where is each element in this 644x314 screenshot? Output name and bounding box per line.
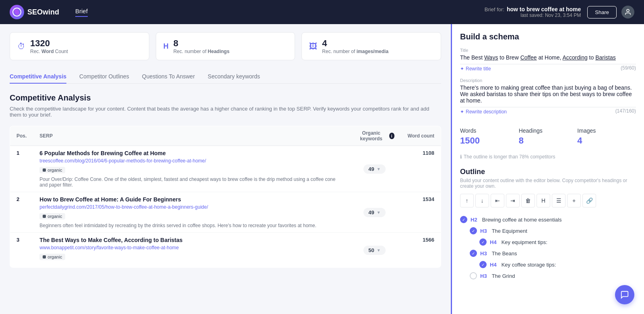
- outline-check[interactable]: ✓: [479, 261, 487, 268]
- outline-title: Outline: [460, 168, 636, 176]
- organic-info-icon: i: [389, 133, 394, 139]
- rewrite-desc-link[interactable]: ✦ Rewrite description: [460, 109, 507, 115]
- move-down-button[interactable]: ↓: [475, 194, 489, 207]
- tab-bar: Competitive Analysis Competitor Outlines…: [10, 70, 441, 84]
- chevron-down-icon[interactable]: ▼: [377, 167, 381, 171]
- delete-button[interactable]: 🗑: [521, 194, 535, 207]
- outline-check[interactable]: ✓: [470, 227, 477, 234]
- row-badge: organic: [39, 213, 65, 220]
- row-serp-content: 6 Popular Methods for Brewing Coffee at …: [33, 146, 348, 192]
- outline-check[interactable]: ✓: [460, 216, 467, 223]
- th-pos: Pos.: [10, 126, 33, 146]
- svg-point-2: [627, 9, 629, 12]
- svg-point-1: [14, 8, 21, 16]
- stat-headings: H 8 Rec. number of Headings: [156, 32, 295, 60]
- section-title: Competitive Analysis: [10, 93, 441, 103]
- word-count-icon: ⏱: [17, 42, 25, 51]
- outline-item[interactable]: ✓ H4 Key coffee storage tips:: [460, 259, 636, 270]
- add-button[interactable]: +: [567, 194, 581, 207]
- move-up-button[interactable]: ↑: [460, 194, 474, 207]
- th-organic: Organic keywords i: [349, 126, 401, 146]
- brief-keyword: how to brew coffee at home: [507, 6, 581, 12]
- heading-tag: H4: [490, 262, 497, 268]
- tab-secondary-keywords[interactable]: Secondary keywords: [208, 70, 260, 84]
- table-row: 1 6 Popular Methods for Brewing Coffee a…: [10, 146, 441, 192]
- tab-questions[interactable]: Questions To Answer: [142, 70, 195, 84]
- stat-word-count: ⏱ 1320 Rec. Word Count: [10, 32, 149, 60]
- row-title: How to Brew Coffee at Home: A Guide For …: [39, 196, 342, 203]
- outline-item[interactable]: ✓ H2 Brewing coffee at home essentials: [460, 214, 636, 225]
- share-button[interactable]: Share: [587, 6, 617, 18]
- outline-desc: Build your content outline with the edit…: [460, 178, 636, 189]
- row-position: 2: [10, 192, 33, 233]
- row-url[interactable]: perfectdailygrind.com/2017/05/how-to-bre…: [39, 204, 342, 210]
- row-organic-kw: 50 ▼: [349, 233, 401, 268]
- outline-check[interactable]: ✓: [470, 250, 477, 257]
- tab-competitive-analysis[interactable]: Competitive Analysis: [10, 70, 66, 84]
- outline-item-text: The Grind: [492, 273, 515, 279]
- outline-words-label: Words: [460, 127, 519, 134]
- outline-check[interactable]: [470, 272, 477, 279]
- heading-tag: H3: [480, 228, 487, 234]
- tab-competitor-outlines[interactable]: Competitor Outlines: [79, 70, 129, 84]
- outline-item[interactable]: ✓ H3 The Beans: [460, 248, 636, 259]
- images-icon: 🖼: [309, 42, 317, 51]
- heading-tag: H3: [480, 250, 487, 257]
- keyword-badge[interactable]: 49 ▼: [363, 208, 385, 217]
- row-url[interactable]: treescoffee.com/blog/2016/04/6-popular-m…: [39, 158, 342, 164]
- badge-dot: [43, 215, 46, 218]
- row-badge: organic: [39, 254, 65, 260]
- row-serp-content: The Best Ways to Make Coffee, According …: [33, 233, 348, 268]
- chevron-down-icon[interactable]: ▼: [377, 210, 381, 215]
- user-avatar[interactable]: [621, 6, 634, 18]
- logo-icon: [10, 5, 24, 19]
- images-number: 4: [322, 38, 388, 49]
- heading-button[interactable]: H: [537, 194, 550, 207]
- row-word-count: 1534: [401, 192, 441, 233]
- outline-stats-row: Words 1500 Headings 8 Images 4: [460, 123, 636, 151]
- th-wordcount: Word count: [401, 126, 441, 146]
- word-count-number: 1320: [30, 38, 68, 49]
- section-desc: Check the competitive landscape for your…: [10, 106, 441, 118]
- outline-item-text: Brewing coffee at home essentials: [482, 217, 562, 223]
- desc-field-label: Description: [460, 78, 636, 83]
- outline-item[interactable]: H3 The Grind: [460, 270, 636, 281]
- outline-headings-value: 8: [519, 135, 578, 146]
- rewrite-desc-row: ✦ Rewrite description (147/160): [460, 107, 636, 115]
- keyword-badge[interactable]: 49 ▼: [363, 164, 385, 174]
- outline-images-value: 4: [577, 135, 636, 146]
- row-position: 3: [10, 233, 33, 268]
- row-snippet: Pour Over/Drip: Coffee Cone. One of the …: [39, 176, 342, 188]
- outline-item[interactable]: ✓ H4 Key equipment tips:: [460, 236, 636, 248]
- schema-title-field: Title The Best Ways to Brew Coffee at Ho…: [460, 48, 636, 72]
- outline-item[interactable]: ✓ H3 The Equipment: [460, 225, 636, 236]
- stats-bar: ⏱ 1320 Rec. Word Count H 8 Rec. number o…: [10, 32, 441, 60]
- list-button[interactable]: ☰: [552, 194, 566, 207]
- stat-images: 🖼 4 Rec. number of images/media: [301, 32, 441, 60]
- word-count-label: Rec. Word Count: [30, 49, 68, 54]
- indent-button[interactable]: ⇥: [506, 194, 520, 207]
- outline-check[interactable]: ✓: [479, 238, 487, 246]
- row-title: The Best Ways to Make Coffee, According …: [39, 237, 342, 243]
- images-label: Rec. number of images/media: [322, 49, 388, 54]
- logo-text: SEOwind: [27, 8, 59, 16]
- outdent-button[interactable]: ⇤: [491, 194, 504, 207]
- outline-item-text: Key coffee storage tips:: [502, 262, 556, 268]
- badge-dot: [43, 168, 46, 172]
- schema-description-field: Description There's more to making great…: [460, 78, 636, 115]
- outline-toolbar: ↑↓⇤⇥🗑H☰+🔗: [460, 194, 636, 207]
- chevron-down-icon[interactable]: ▼: [377, 248, 381, 252]
- headings-icon: H: [163, 42, 169, 51]
- desc-field-content: There's more to making great coffee than…: [460, 84, 636, 107]
- link-button[interactable]: 🔗: [582, 194, 596, 207]
- rewrite-title-row: ✦ Rewrite title (59/60): [460, 64, 636, 72]
- left-panel: ⏱ 1320 Rec. Word Count H 8 Rec. number o…: [0, 24, 451, 314]
- row-title: 6 Popular Methods for Brewing Coffee at …: [39, 150, 342, 156]
- chat-bubble[interactable]: [615, 285, 634, 304]
- rewrite-title-link[interactable]: ✦ Rewrite title: [460, 66, 491, 72]
- badge-dot: [43, 255, 46, 259]
- keyword-badge[interactable]: 50 ▼: [363, 246, 385, 255]
- nav-brief-tab[interactable]: Brief: [75, 8, 88, 17]
- row-badge: organic: [39, 167, 65, 173]
- row-url[interactable]: www.bonappetit.com/story/favorite-ways-t…: [39, 245, 342, 250]
